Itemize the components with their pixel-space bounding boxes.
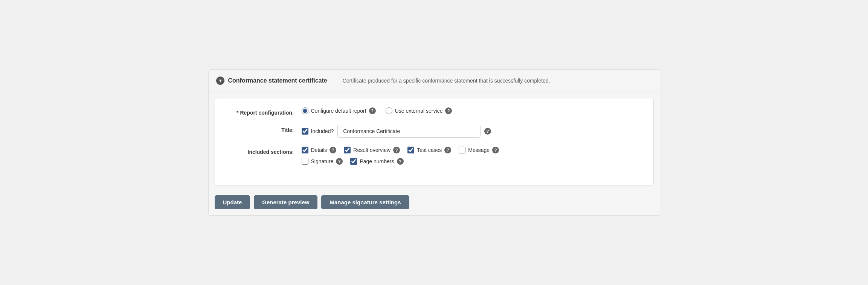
help-icon-message[interactable]: ? <box>492 147 499 153</box>
sections-line-2: Signature ? Page numbers ? <box>302 158 642 165</box>
checkbox-testcases[interactable] <box>407 147 414 153</box>
report-config-controls: Configure default report ? Use external … <box>302 107 642 114</box>
sections-line-1: Details ? Result overview ? Test cases ? <box>302 147 642 153</box>
generate-preview-button[interactable]: Generate preview <box>254 195 317 209</box>
title-included-checkbox[interactable] <box>302 128 308 135</box>
section-signature-label: Signature <box>311 158 334 164</box>
section-testcases-label: Test cases <box>417 147 442 153</box>
title-label: Title: <box>226 125 302 133</box>
radio-option-default[interactable]: Configure default report ? <box>302 107 376 114</box>
help-icon-result[interactable]: ? <box>393 147 400 153</box>
radio-default[interactable] <box>302 107 308 114</box>
title-controls: Included? ? <box>302 125 642 138</box>
radio-external[interactable] <box>386 107 392 114</box>
section-details[interactable]: Details ? <box>302 147 337 153</box>
title-included-checkbox-label[interactable]: Included? <box>302 128 334 135</box>
help-icon-title[interactable]: ? <box>484 128 491 135</box>
conformance-certificate-panel: ▾ Conformance statement certificate Cert… <box>208 69 660 216</box>
help-icon-default[interactable]: ? <box>369 107 376 114</box>
sections-row: Included sections: Details ? Result over… <box>226 147 642 165</box>
radio-default-label: Configure default report <box>311 108 366 114</box>
checkbox-pagenumbers[interactable] <box>350 158 357 165</box>
title-text-input[interactable] <box>337 125 481 138</box>
radio-external-label: Use external service <box>395 108 443 114</box>
section-details-label: Details <box>311 147 327 153</box>
config-card: * Report configuration: Configure defaul… <box>215 98 654 185</box>
header-title-group: ▾ Conformance statement certificate <box>216 77 327 85</box>
radio-option-external[interactable]: Use external service ? <box>386 107 452 114</box>
section-message-label: Message <box>468 147 490 153</box>
checkbox-message[interactable] <box>459 147 465 153</box>
help-icon-details[interactable]: ? <box>330 147 336 153</box>
checkbox-result[interactable] <box>344 147 351 153</box>
section-signature[interactable]: Signature ? <box>302 158 343 165</box>
sections-label: Included sections: <box>226 147 302 155</box>
section-result-label: Result overview <box>353 147 391 153</box>
help-icon-external[interactable]: ? <box>445 107 452 114</box>
checkbox-details[interactable] <box>302 147 308 153</box>
section-testcases[interactable]: Test cases ? <box>407 147 451 153</box>
header-description: Certificate produced for a specific conf… <box>343 78 550 84</box>
report-config-label: * Report configuration: <box>226 107 302 116</box>
section-pagenumbers[interactable]: Page numbers ? <box>350 158 403 165</box>
checkbox-signature[interactable] <box>302 158 308 165</box>
help-icon-pagenumbers[interactable]: ? <box>397 158 404 165</box>
header-bar: ▾ Conformance statement certificate Cert… <box>209 70 660 92</box>
update-button[interactable]: Update <box>215 195 250 209</box>
report-config-row: * Report configuration: Configure defaul… <box>226 107 642 116</box>
manage-signature-button[interactable]: Manage signature settings <box>321 195 409 209</box>
header-divider <box>335 75 335 86</box>
chevron-icon[interactable]: ▾ <box>216 77 224 85</box>
sections-controls: Details ? Result overview ? Test cases ? <box>302 147 642 165</box>
title-included-label: Included? <box>311 128 334 134</box>
section-message[interactable]: Message ? <box>459 147 499 153</box>
section-pagenumbers-label: Page numbers <box>360 158 394 164</box>
title-row: Title: Included? ? <box>226 125 642 138</box>
panel-title: Conformance statement certificate <box>228 77 327 84</box>
help-icon-signature[interactable]: ? <box>336 158 343 165</box>
help-icon-testcases[interactable]: ? <box>444 147 451 153</box>
section-result[interactable]: Result overview ? <box>344 147 400 153</box>
buttons-row: Update Generate preview Manage signature… <box>209 192 660 215</box>
